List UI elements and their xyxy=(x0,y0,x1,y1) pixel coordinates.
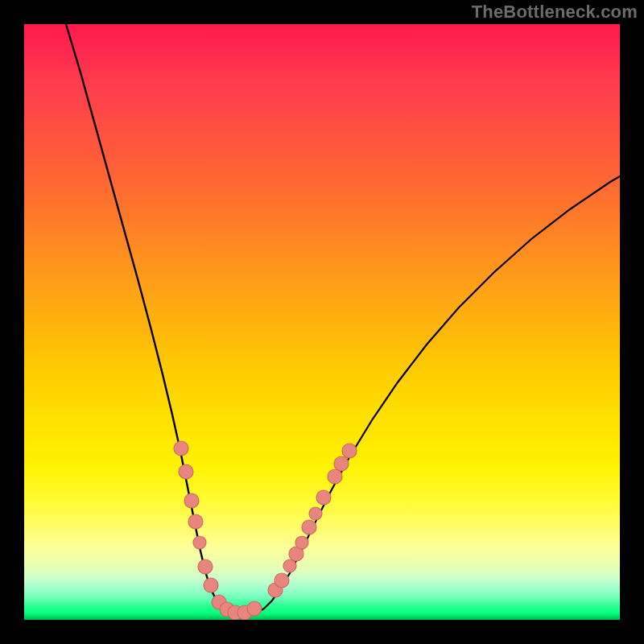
plot-area xyxy=(24,24,620,620)
data-marker xyxy=(302,520,316,535)
data-marker xyxy=(268,583,283,597)
chart-svg xyxy=(24,24,620,620)
data-marker xyxy=(328,469,342,484)
chart-frame: TheBottleneck.com xyxy=(0,0,644,644)
data-marker xyxy=(295,536,308,549)
data-marker xyxy=(198,559,213,574)
data-markers xyxy=(174,441,357,620)
data-marker xyxy=(212,595,226,609)
data-marker xyxy=(193,536,206,549)
data-marker xyxy=(334,456,349,471)
data-marker xyxy=(275,573,289,588)
data-marker xyxy=(289,547,303,561)
data-marker xyxy=(316,490,331,505)
data-marker xyxy=(283,559,296,572)
data-marker xyxy=(309,507,322,520)
data-marker xyxy=(179,464,193,479)
curve-left-branch xyxy=(66,24,240,617)
data-marker xyxy=(188,514,203,529)
data-marker xyxy=(184,493,199,508)
data-marker xyxy=(237,605,252,620)
data-marker xyxy=(204,578,218,592)
curve-right-branch xyxy=(240,176,620,617)
data-marker xyxy=(220,602,234,617)
data-marker xyxy=(247,601,262,616)
watermark-text: TheBottleneck.com xyxy=(472,2,638,23)
data-marker xyxy=(342,444,357,458)
data-marker xyxy=(174,441,188,456)
data-marker xyxy=(228,605,242,620)
